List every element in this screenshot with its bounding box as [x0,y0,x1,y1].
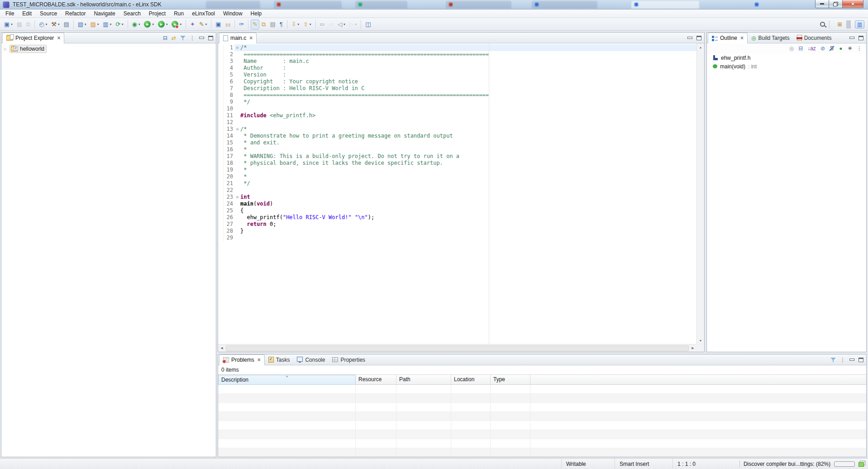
tab-outline[interactable]: Outline× [708,33,748,43]
code-line[interactable]: 19 * [218,167,696,173]
code-line[interactable]: 20 * [218,173,696,180]
new-make-target-icon[interactable]: ▨▾ [89,19,101,29]
code-line[interactable]: 8 ======================================… [218,92,696,99]
show-whitespace-icon[interactable]: ¶ [278,19,285,29]
collapse-all-icon[interactable]: ⊟ [798,46,803,51]
code-line[interactable]: 13⊖/* [218,126,696,133]
binary-counter-icon[interactable]: ▤ [62,19,71,29]
hide-static-icon[interactable]: S [830,46,834,51]
menu-item-source[interactable]: Source [36,10,61,18]
toggle-mark-occurrences-icon[interactable]: ✎ [251,19,259,29]
code-area[interactable]: 1⊖/*2 ==================================… [218,43,696,344]
tab-main-c[interactable]: main.c× [219,33,257,43]
view-menu-icon[interactable]: ⋮ [840,357,845,363]
fold-marker-icon[interactable]: ⊖ [234,126,240,133]
code-line[interactable]: 7 Description : Hello RISC-V World in C [218,85,696,92]
code-line[interactable]: 22 [218,187,696,194]
tab-tasks[interactable]: Tasks [265,354,294,365]
open-perspective-icon[interactable]: ⊞ [838,22,842,27]
app-icon[interactable] [3,1,10,8]
link-with-editor-icon[interactable]: ⇄ [172,35,176,41]
code-line[interactable]: 28} [218,228,696,234]
code-line[interactable]: 14 * Demonstrate how to print a greeting… [218,133,696,139]
search-pencil-icon[interactable]: ✎▾ [197,19,209,29]
column-header-resource[interactable]: Resource [356,375,396,385]
tab-documents[interactable]: Documents [793,33,835,43]
hide-non-public-icon[interactable]: ● [839,46,843,51]
code-line[interactable]: 15 * and exit. [218,139,696,146]
minimize-icon[interactable] [849,36,854,40]
code-line[interactable]: 10 [218,105,696,112]
hide-fields-icon[interactable]: ⊘ [820,46,825,51]
code-line[interactable]: 5 Version : [218,72,696,78]
new-c-file-icon[interactable]: ▥▾ [101,19,113,29]
make-targets-icon[interactable]: ⚏ [224,19,233,29]
hide-macros-icon[interactable]: ✳ [848,46,852,51]
new-c-project-icon[interactable]: ▧▾ [76,19,88,29]
show-source-icon[interactable]: ▤ [268,19,277,29]
outline-item-ehw-printf-h[interactable]: ehw_printf.h [707,53,866,62]
scrollbar-thumb[interactable] [226,345,689,351]
code-line[interactable]: 27 return 0; [218,221,696,228]
debug-icon[interactable]: ◉▾ [130,19,142,29]
line-separator[interactable] [846,20,851,29]
maximize-icon[interactable] [208,36,213,40]
code-line[interactable]: 6 Copyright : Your copyright notice [218,78,696,85]
scroll-down-arrow[interactable]: ▼ [697,337,704,344]
view-menu-icon[interactable]: ⋮ [190,35,195,41]
column-header-type[interactable]: Type [491,375,530,385]
fold-marker-icon[interactable]: ⊖ [234,194,240,201]
open-element-icon[interactable]: ✦ [188,19,197,29]
menu-item-project[interactable]: Project [145,10,170,18]
dotted-separator[interactable] [829,21,834,28]
code-line[interactable]: 9 */ [218,99,696,105]
code-line[interactable]: 1⊖/* [218,44,696,51]
tree-item-helloworld[interactable]: ▷ helloworld [1,45,216,53]
scroll-right-arrow[interactable]: ▶ [689,345,696,352]
code-line[interactable]: 16 * [218,146,696,153]
tab-properties[interactable]: Properties [329,354,369,365]
code-line[interactable]: 4 Author : [218,65,696,72]
close-icon[interactable]: × [740,35,744,41]
collapse-all-icon[interactable]: ⊟ [163,35,167,41]
filter-icon[interactable] [830,357,836,363]
code-line[interactable]: 21 */ [218,180,696,187]
scroll-left-arrow[interactable]: ◀ [218,345,225,352]
code-line[interactable]: 29 [218,234,696,241]
tab-console[interactable]: Console [293,354,329,365]
build-icon[interactable]: ⚒▾ [49,19,61,29]
menu-item-refactor[interactable]: Refactor [61,10,90,18]
code-line[interactable]: 11#include <ehw_printf.h> [218,112,696,119]
horizontal-scrollbar[interactable]: ◀ ▶ [218,344,696,352]
quill-icon[interactable]: ✑ [237,19,246,29]
back-icon[interactable]: ◁▾ [336,19,347,29]
menu-item-run[interactable]: Run [170,10,188,18]
close-icon[interactable]: × [249,35,253,41]
run-external-icon[interactable]: ▶▾ [156,19,170,29]
maximize-icon[interactable] [696,36,701,40]
restore-window-button[interactable] [829,0,842,8]
tree-item-selection[interactable]: helloworld [10,45,47,53]
menu-item-elinxtool[interactable]: eLinxTool [188,10,219,18]
focus-icon[interactable]: ◎ [789,46,794,51]
close-icon[interactable]: × [57,35,60,41]
new-wizard-icon[interactable]: ▣▾ [2,19,14,29]
tab-problems[interactable]: Problems× [219,354,265,365]
code-line[interactable]: 25{ [218,207,696,214]
code-line[interactable]: 24main(void) [218,201,696,207]
last-edit-location-icon[interactable]: ⇦ [318,19,327,29]
code-line[interactable]: 26 ehw_printf("Hello RISC-V World!" "\n"… [218,214,696,221]
minimize-window-button[interactable] [815,0,829,8]
menu-item-search[interactable]: Search [119,10,145,18]
close-window-button[interactable]: × [842,0,863,8]
vertical-scrollbar[interactable]: ▲ ▼ [696,43,704,344]
filter-icon[interactable] [180,35,186,41]
project-explorer-tree[interactable]: ▷ helloworld [1,43,216,457]
code-line[interactable]: 2 ======================================… [218,51,696,58]
column-header-description[interactable]: Description▴ [218,375,356,385]
scroll-up-arrow[interactable]: ▲ [697,43,704,51]
menu-item-file[interactable]: File [1,10,18,18]
search-icon[interactable] [820,22,825,27]
code-line[interactable]: 3 Name : main.c [218,58,696,65]
prev-annotation-icon[interactable]: ⇧▾ [301,19,313,29]
